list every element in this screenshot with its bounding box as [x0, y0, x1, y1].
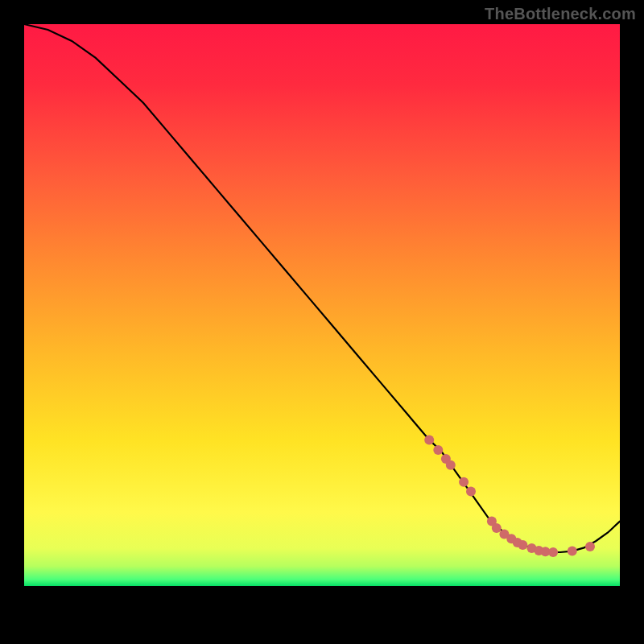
- highlight-point: [492, 523, 502, 533]
- highlight-point: [466, 487, 476, 497]
- curve-layer: [24, 24, 620, 620]
- watermark-text: TheBottleneck.com: [485, 5, 636, 23]
- chart-frame: TheBottleneck.com: [0, 0, 644, 644]
- highlight-point: [518, 540, 527, 550]
- plot-area: [24, 24, 620, 620]
- highlight-point: [548, 547, 558, 557]
- highlight-point: [585, 542, 595, 551]
- highlight-point: [446, 460, 456, 470]
- marker-group: [424, 435, 595, 557]
- highlight-point: [568, 547, 577, 556]
- highlight-point: [424, 435, 434, 444]
- highlight-point: [459, 477, 469, 487]
- bottleneck-curve: [24, 24, 620, 552]
- highlight-point: [433, 445, 443, 455]
